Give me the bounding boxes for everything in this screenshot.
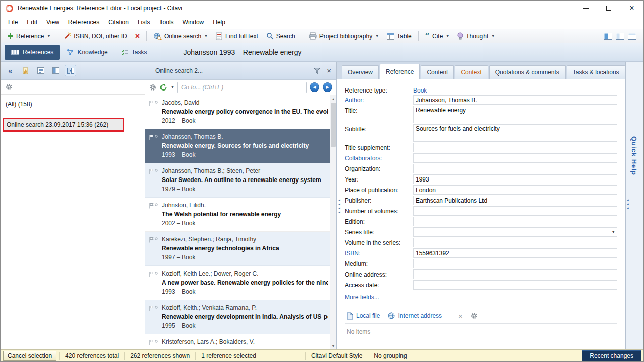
reference-list-item-selected[interactable]: Johansson, Thomas B. Renewable energy. S… xyxy=(145,129,330,163)
flag-icon[interactable] xyxy=(149,133,162,163)
recent-changes-button[interactable]: Recent changes xyxy=(582,350,641,361)
author-input[interactable] xyxy=(413,95,617,105)
table-button[interactable]: Table xyxy=(383,31,415,41)
minimize-button[interactable] xyxy=(574,1,597,16)
panel-splitter-handle[interactable]: ◄ ◄ ◄ ◄ xyxy=(337,199,341,214)
find-full-text-button[interactable]: Find full text xyxy=(212,31,262,42)
status-grouping[interactable]: No grouping xyxy=(368,352,412,359)
scrollbar-thumb[interactable] xyxy=(331,103,336,147)
reference-list-item[interactable]: Kozloff, Keith.; Venkata Ramana, P. Rene… xyxy=(145,300,330,334)
layout-single-pane-icon[interactable] xyxy=(628,33,636,40)
reference-list-item[interactable]: Karekezi, Stephen.; Ranja, Timothy Renew… xyxy=(145,232,330,266)
swap-panels-button[interactable] xyxy=(65,65,76,76)
flag-icon[interactable] xyxy=(149,270,162,300)
remove-attachment-icon[interactable]: × xyxy=(458,312,463,320)
organization-input[interactable] xyxy=(413,164,617,173)
publisher-input[interactable] xyxy=(413,196,617,205)
online-search-button[interactable]: Online search ▼ xyxy=(150,31,211,42)
thought-button[interactable]: Thought ▼ xyxy=(454,31,498,41)
menu-tools[interactable]: Tools xyxy=(155,17,178,28)
flag-icon[interactable] xyxy=(149,99,162,129)
maximize-button[interactable] xyxy=(597,1,620,16)
status-citation-style[interactable]: Citavi Default Style xyxy=(306,352,368,359)
reference-list-item[interactable]: Kristoferson, Lars A.; Bokalders, V. xyxy=(145,334,330,349)
local-file-button[interactable]: Local file xyxy=(347,312,380,320)
close-list-icon[interactable]: × xyxy=(327,67,331,74)
edition-input[interactable] xyxy=(413,217,617,226)
tab-knowledge[interactable]: Knowledge xyxy=(60,45,114,60)
isbn-input[interactable] xyxy=(413,248,617,258)
flag-icon[interactable] xyxy=(149,338,162,349)
tab-context[interactable]: Context xyxy=(455,65,488,79)
menu-edit[interactable]: Edit xyxy=(22,17,42,28)
project-bibliography-button[interactable]: Project bibliography ▼ xyxy=(305,31,382,41)
scroll-down-icon[interactable]: ▼ xyxy=(330,342,336,349)
menu-lists[interactable]: Lists xyxy=(133,17,155,28)
isbn-label[interactable]: ISBN: xyxy=(345,248,410,257)
filter-funnel-icon[interactable] xyxy=(314,68,320,74)
quick-help-tab[interactable]: Quick Help xyxy=(630,136,638,175)
cite-button[interactable]: ” Cite ▼ xyxy=(422,31,453,41)
tab-quotations[interactable]: Quotations & comments xyxy=(489,65,566,79)
collapse-panel-button[interactable]: « xyxy=(5,65,16,76)
number-of-volumes-input[interactable] xyxy=(413,206,617,216)
place-of-publication-input[interactable] xyxy=(413,185,617,195)
gear-icon[interactable] xyxy=(149,84,156,91)
collaborators-input[interactable] xyxy=(413,153,617,163)
flag-icon[interactable] xyxy=(149,236,162,265)
title-input[interactable]: Renewable energy xyxy=(413,106,617,123)
layout-left-pane-icon[interactable] xyxy=(604,33,612,40)
medium-input[interactable] xyxy=(413,259,617,268)
menu-file[interactable]: File xyxy=(4,17,22,28)
list-scrollbar[interactable]: ▲ ▼ xyxy=(330,95,336,349)
subtitle-input[interactable]: Sources for fuels and electricity xyxy=(413,124,617,142)
reference-type-value[interactable]: Book xyxy=(413,85,617,94)
menu-help[interactable]: Help xyxy=(208,17,230,28)
close-button[interactable]: × xyxy=(620,1,643,16)
series-title-dropdown-icon[interactable]: ▼ xyxy=(612,230,615,234)
search-button[interactable]: Search xyxy=(263,31,299,41)
gear-icon[interactable] xyxy=(6,83,13,90)
layout-two-pane-icon[interactable] xyxy=(616,33,624,40)
add-reference-button[interactable]: Reference ▼ xyxy=(4,31,54,41)
reference-list-item[interactable]: Johansson, Thomas B.; Steen, Peter Solar… xyxy=(145,163,330,198)
isbn-doi-button[interactable]: ISBN, DOI, other ID xyxy=(60,31,130,41)
reference-list-item[interactable]: Kozloff, Keith Lee.; Dower, Roger C. A n… xyxy=(145,266,330,300)
tab-references[interactable]: References xyxy=(5,45,60,60)
series-title-input[interactable] xyxy=(413,227,617,237)
menu-references[interactable]: References xyxy=(64,17,104,28)
reference-list-item[interactable]: Johnston, Eilidh. The Welsh potential fo… xyxy=(145,198,330,232)
flag-icon[interactable] xyxy=(149,167,162,197)
volume-in-series-input[interactable] xyxy=(413,238,617,247)
reference-list-item[interactable]: Jacobs, David Renewable energy policy co… xyxy=(145,95,330,129)
tab-reference[interactable]: Reference xyxy=(380,64,420,79)
flag-icon[interactable] xyxy=(149,304,162,334)
goto-input[interactable] xyxy=(177,82,307,93)
tab-overview[interactable]: Overview xyxy=(342,65,379,79)
online-address-input[interactable] xyxy=(413,269,617,279)
columns-view-button[interactable] xyxy=(50,65,61,76)
chevron-down-icon[interactable]: ▼ xyxy=(171,85,174,89)
next-reference-button[interactable]: ▶ xyxy=(323,82,332,92)
access-date-input[interactable] xyxy=(413,280,617,290)
previous-reference-button[interactable]: ◀ xyxy=(310,82,319,92)
author-label[interactable]: Author: xyxy=(345,95,410,104)
category-item-online-search[interactable]: Online search 23.09.2017 15:36 (262) xyxy=(3,118,124,132)
internet-address-button[interactable]: Internet address xyxy=(388,312,442,319)
menu-view[interactable]: View xyxy=(42,17,64,28)
export-list-button[interactable] xyxy=(20,65,31,76)
menu-window[interactable]: Window xyxy=(178,17,209,28)
more-fields-link[interactable]: More fields... xyxy=(345,294,379,301)
menu-citation[interactable]: Citation xyxy=(104,17,133,28)
collaborators-label[interactable]: Collaborators: xyxy=(345,153,410,162)
scroll-up-icon[interactable]: ▲ xyxy=(330,95,336,102)
delete-button[interactable]: × xyxy=(132,31,143,42)
tab-content[interactable]: Content xyxy=(421,65,454,79)
year-input[interactable] xyxy=(413,174,617,184)
title-supplement-input[interactable] xyxy=(413,143,617,152)
selection-list-button[interactable] xyxy=(35,65,46,76)
flag-icon[interactable] xyxy=(149,202,162,231)
panel-splitter-handle[interactable]: ◄ ◄ ◄ xyxy=(626,199,630,210)
tab-tasks-locations[interactable]: Tasks & locations xyxy=(567,65,625,79)
cancel-selection-button[interactable]: Cancel selection xyxy=(3,351,56,361)
